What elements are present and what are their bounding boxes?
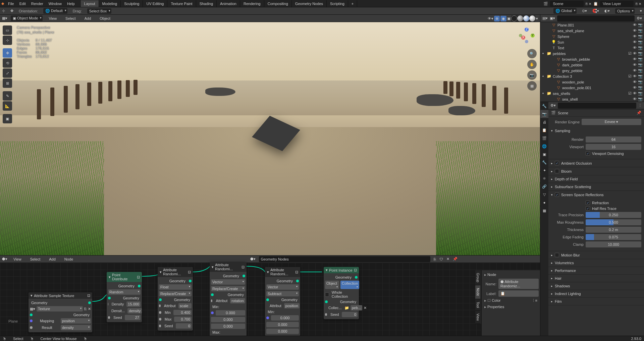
tool-scale[interactable]: ⤢ [3,68,12,78]
ntab-node[interactable]: Node [475,285,480,299]
visibility-toggle[interactable]: 📷 [638,86,643,90]
rnd3-v3[interactable]: 0.000 [266,329,299,334]
visibility-toggle[interactable]: 👁 [633,57,637,61]
menu-render[interactable]: Render [29,1,46,7]
outliner-item[interactable]: TText👁📷 [540,45,644,51]
outliner-item[interactable]: 💡Sun👁📷 [540,39,644,45]
inst-seed[interactable]: 0 [342,312,358,317]
options-dropdown[interactable]: Options [615,8,635,14]
mapping-value[interactable]: position [61,318,91,324]
unlink-icon[interactable]: ✕ [88,307,91,311]
node-name-field[interactable]: ⬢ Attribute Randomiz... [498,279,539,289]
dist-mode[interactable]: Random [108,289,141,295]
visibility-toggle[interactable]: ☑ [628,91,632,96]
outliner-item[interactable]: ▽dark_pebble👁📷 [540,62,644,68]
tab-scripting[interactable]: Scripting [327,0,348,7]
mode-dropdown[interactable]: ▣ Object Mode [11,15,43,21]
tab-shading[interactable]: Shading [196,0,217,7]
outliner-item[interactable]: ▽Plane.001👁📷 [540,22,644,28]
vp-menu-object[interactable]: Object [97,15,113,21]
pivot-icon[interactable]: ⊙▾ [582,9,587,13]
visibility-toggle[interactable]: 👁 [633,86,637,90]
tool-transform[interactable]: ⊞ [3,78,12,88]
node-point-distribute[interactable]: ▾Point Distribute⊡ Geometry Random Geome… [107,272,142,322]
pan-icon[interactable]: ✋ [527,60,537,69]
tool-add-cube[interactable]: ▣ [3,114,12,123]
prop-options-icon[interactable]: ⋮ [638,103,642,108]
menu-help[interactable]: Help [64,1,77,7]
xray-icon[interactable]: ▣ [507,16,511,21]
visibility-toggle[interactable]: 📷 [638,51,643,56]
menu-window[interactable]: Window [46,1,64,7]
unlink-coll-icon[interactable]: ✕ [364,306,367,310]
panel-ssr[interactable]: Screen Space Reflections [548,191,644,198]
layer-btns[interactable]: ⎘ ✕ [636,2,641,6]
visibility-toggle[interactable]: 📷 [638,46,643,50]
visibility-toggle[interactable]: 👁 [633,40,637,44]
rnd1-max[interactable]: 0.700 [174,317,192,322]
visibility-toggle[interactable]: 📷 [638,91,643,96]
cursor-tool-icon[interactable]: ⊹ [2,9,5,13]
nodetree-shield[interactable]: 🛡 [439,257,443,261]
node-attribute-sample-texture[interactable]: ▾Attribute Sample Texture⊡ Geometry ▦▾Te… [29,292,92,332]
thickness-value[interactable]: 0.2 m [586,227,641,233]
nodetree-unlink[interactable]: ✕ [446,257,449,261]
rnd3-op[interactable]: Subtract [266,291,299,296]
orientation-dropdown[interactable]: 🌐 Default [43,8,67,14]
ne-menu-add[interactable]: Add [46,256,58,262]
tab-animation[interactable]: Animation [217,0,240,7]
tab-texture-paint[interactable]: Texture Paint [167,0,196,7]
ptab-scene[interactable]: 🎬 [540,134,548,142]
tool-measure[interactable]: 📐 [3,101,12,111]
move-tool-icon[interactable]: ✥ [10,9,13,13]
transform-orientation[interactable]: 🌐 Global [553,8,577,14]
pin-icon[interactable]: 📌 [637,111,641,115]
ssr-check[interactable] [555,192,559,197]
outliner-item[interactable]: ▽wooden_pole👁📷 [540,79,644,85]
inst-coll[interactable]: peb... [351,305,363,310]
trace-precision-slider[interactable]: 0.250 [586,212,641,218]
ptab-tool[interactable]: 🔧 [540,102,548,110]
visibility-toggle[interactable]: 📷 [638,23,643,27]
visibility-toggle[interactable]: 📷 [638,34,643,39]
visibility-toggle[interactable]: 👁 [633,34,637,39]
prop-search[interactable] [558,103,636,109]
panel-bloom[interactable]: Bloom [548,167,644,175]
outliner-item[interactable]: ▽Sphere👁📷 [540,34,644,39]
node-attr-randomize-1[interactable]: ▾Attribute Randomi...⊡ Geometry Float Re… [158,267,193,331]
tool-move[interactable]: ✥ [3,48,12,58]
node-color-panel[interactable]: ▸ ☐ Color⋮≡ [483,297,539,304]
halfres-check[interactable] [586,206,590,211]
render-engine-dropdown[interactable]: Eevee ▾ [582,119,641,125]
panel-indirect[interactable]: Indirect Lighting [548,290,644,297]
ptab-particle[interactable]: ✦ [540,166,548,174]
outliner-item[interactable]: ▽sea_shell👁📷 [540,96,644,102]
filter-icon[interactable]: ⚙▾ [637,16,642,20]
visibility-toggle[interactable]: 👁 [633,68,637,73]
density-value[interactable]: 15.000 [126,301,141,307]
ptab-object[interactable]: ▣ [540,150,548,158]
panel-film[interactable]: Film [548,298,644,305]
texture-dropdown[interactable]: Texture [37,306,83,311]
density-attr[interactable]: density [127,308,142,314]
node-editor-type-icon[interactable]: ⬢▾ [2,257,7,261]
ptab-data[interactable]: ▽ [540,190,548,198]
rnd1-seed[interactable]: 0 [176,323,192,329]
ptab-material[interactable]: ● [540,198,548,207]
outliner-item[interactable]: ▾📁sea_shells☑👁📷 [540,91,644,96]
refraction-check[interactable] [586,201,590,205]
rnd1-type[interactable]: Float [159,284,192,290]
panel-shadows[interactable]: Shadows [548,282,644,290]
panel-sampling[interactable]: Sampling [548,127,644,134]
viewport-denoise-check[interactable] [586,151,590,156]
shading-matprev-icon[interactable] [523,15,529,21]
tool-cursor[interactable]: ⊹ [3,36,12,45]
menu-edit[interactable]: Edit [17,1,29,7]
node-point-instance[interactable]: ▾Point Instance⊡ Geometry ObjectCollecti… [324,267,359,319]
ptab-modifier[interactable]: 🔧 [540,158,548,166]
proportional-icon[interactable]: ◐▾ [604,9,610,13]
tab-sculpting[interactable]: Sculpting [121,0,143,7]
result-value[interactable]: density [61,325,91,330]
3d-viewport[interactable]: Camera Perspective (78) sea_shells | Pla… [0,22,540,255]
visibility-toggle[interactable]: 👁 [633,74,637,78]
